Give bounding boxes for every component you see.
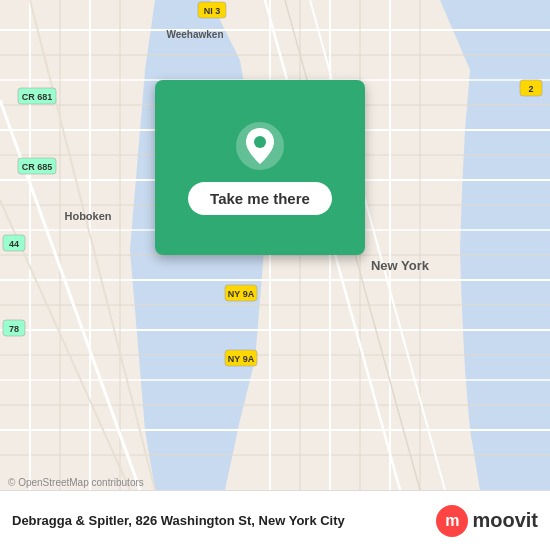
moovit-brand-name: moovit — [472, 509, 538, 532]
copyright-text: © OpenStreetMap contributors — [8, 477, 144, 488]
svg-text:Hoboken: Hoboken — [64, 210, 111, 222]
moovit-icon: m — [436, 505, 468, 537]
svg-text:New York: New York — [371, 258, 430, 273]
bottom-bar: Debragga & Spitler, 826 Washington St, N… — [0, 490, 550, 550]
address-section: Debragga & Spitler, 826 Washington St, N… — [12, 513, 345, 528]
svg-text:78: 78 — [9, 324, 19, 334]
moovit-logo: m moovit — [436, 505, 538, 537]
svg-text:CR 681: CR 681 — [22, 92, 53, 102]
svg-text:Weehawken: Weehawken — [166, 29, 223, 40]
svg-text:CR 685: CR 685 — [22, 162, 53, 172]
map-container[interactable]: NI 3 CR 681 CR 685 44 78 NY 9A NY 9A NY … — [0, 0, 550, 490]
svg-text:NI 3: NI 3 — [204, 6, 221, 16]
address-line: Debragga & Spitler, 826 Washington St, N… — [12, 513, 345, 528]
location-card: Take me there — [155, 80, 365, 255]
map-pin-icon-wrapper — [234, 120, 286, 172]
svg-text:NY 9A: NY 9A — [228, 354, 255, 364]
location-pin-icon — [234, 120, 286, 172]
svg-text:2: 2 — [528, 84, 533, 94]
svg-text:NY 9A: NY 9A — [228, 289, 255, 299]
svg-text:44: 44 — [9, 239, 19, 249]
svg-point-59 — [254, 136, 266, 148]
take-me-there-button[interactable]: Take me there — [188, 182, 332, 215]
